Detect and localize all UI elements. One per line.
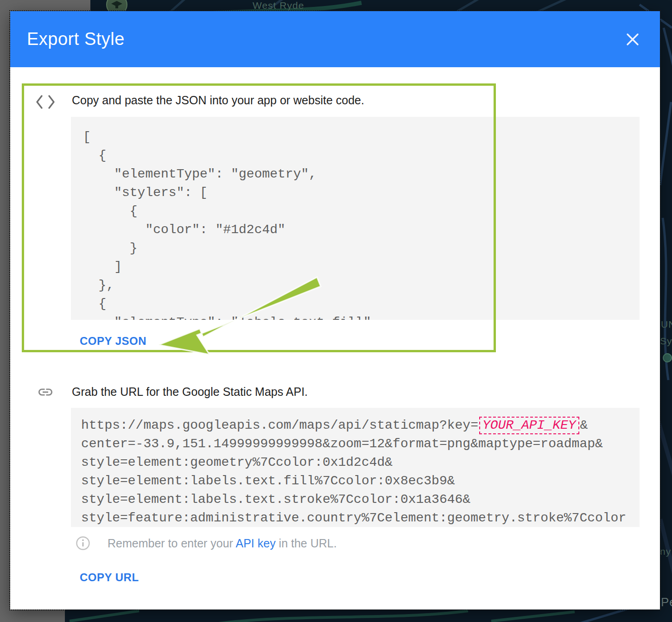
screenshot-selection-border: Export Style Copy and paste the JSON int… xyxy=(9,10,661,610)
json-code-line: { xyxy=(83,146,640,165)
json-code-line: [ xyxy=(83,128,640,146)
json-code-line: ] xyxy=(83,258,640,276)
backdrop-gray-left xyxy=(0,0,10,622)
dialog-header: Export Style xyxy=(10,11,660,67)
url-line-with-key: https://maps.googleapis.com/maps/api/sta… xyxy=(81,416,640,435)
link-icon xyxy=(34,384,57,400)
code-icon xyxy=(35,95,56,109)
json-code-line: "elementType": "labels.text.fill" xyxy=(83,313,640,320)
export-style-dialog: Export Style Copy and paste the JSON int… xyxy=(10,11,660,609)
backdrop-gray-top xyxy=(0,0,90,11)
static-maps-url-box: https://maps.googleapis.com/maps/api/sta… xyxy=(71,408,640,527)
backdrop-gray-bottom xyxy=(0,609,65,622)
map-poi-marker-icon xyxy=(663,354,672,362)
json-instruction-text: Copy and paste the JSON into your app or… xyxy=(72,93,364,107)
url-line: style=element:geometry%7Ccolor:0x1d2c4d& xyxy=(81,453,640,472)
close-icon[interactable] xyxy=(625,32,640,47)
url-after-key: & xyxy=(580,418,588,432)
json-code-line: } xyxy=(83,239,640,258)
copy-url-button[interactable]: COPY URL xyxy=(80,571,139,584)
screenshot-stage: West Ryde UN Syd ny Pe Export Style xyxy=(0,0,672,622)
url-lines: center=-33.9,151.14999999999998&zoom=12&… xyxy=(81,435,640,527)
dialog-title: Export Style xyxy=(27,29,125,49)
json-code-line: { xyxy=(83,202,640,221)
api-key-link[interactable]: API key xyxy=(236,537,276,550)
url-line: style=feature:administrative.country%7Ce… xyxy=(81,509,640,527)
reminder-prefix: Remember to enter your xyxy=(108,537,236,550)
reminder-suffix: in the URL. xyxy=(276,537,337,550)
api-key-placeholder: YOUR_API_KEY xyxy=(479,417,579,434)
json-code-line: "elementType": "geometry", xyxy=(83,165,640,184)
url-prefix: https://maps.googleapis.com/maps/api/sta… xyxy=(81,418,478,432)
json-code-line: }, xyxy=(83,276,640,295)
json-code-line: "color": "#1d2c4d" xyxy=(83,221,640,239)
map-label-west-ryde: West Ryde xyxy=(253,0,304,11)
map-label-fragment: Syd xyxy=(660,336,672,347)
json-code-line: { xyxy=(83,295,640,313)
map-label-fragment: UN xyxy=(661,319,672,330)
url-line: style=element:labels.text.stroke%7Ccolor… xyxy=(81,490,640,509)
json-code-lines: [ { "elementType": "geometry", "stylers"… xyxy=(83,128,640,320)
url-line: center=-33.9,151.14999999999998&zoom=12&… xyxy=(81,435,640,453)
map-label-fragment: ny xyxy=(660,546,671,557)
copy-json-button[interactable]: COPY JSON xyxy=(80,335,146,348)
info-icon xyxy=(76,536,90,551)
api-key-reminder-text: Remember to enter your API key in the UR… xyxy=(108,536,337,550)
url-instruction-text: Grab the URL for the Google Static Maps … xyxy=(72,385,308,399)
url-line: style=element:labels.text.fill%7Ccolor:0… xyxy=(81,472,640,490)
map-label-fragment: Pe xyxy=(661,595,672,609)
json-code-line: "stylers": [ xyxy=(83,184,640,202)
json-code-box: [ { "elementType": "geometry", "stylers"… xyxy=(71,117,640,320)
